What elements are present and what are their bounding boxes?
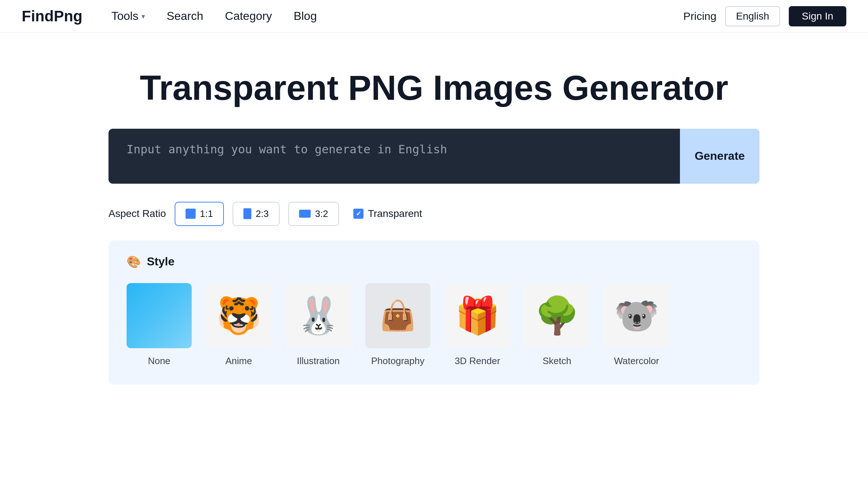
style-label-3d-render: 3D Render bbox=[455, 355, 500, 367]
aspect-ratio-row: Aspect Ratio 1:1 2:3 3:2 ✓ Transparent bbox=[109, 202, 760, 226]
signin-button[interactable]: Sign In bbox=[789, 6, 846, 26]
nav-tools[interactable]: Tools ▾ bbox=[111, 9, 145, 23]
style-item-none[interactable]: None bbox=[127, 283, 192, 367]
style-item-watercolor[interactable]: 🐨 Watercolor bbox=[604, 283, 669, 367]
aspect-ratio-label: Aspect Ratio bbox=[109, 208, 166, 219]
style-item-3d-render[interactable]: 🎁 3D Render bbox=[445, 283, 510, 367]
style-section: 🎨 Style None 🐯 Anime 🐰 Illustration 👜 bbox=[109, 240, 760, 385]
transparent-toggle[interactable]: ✓ Transparent bbox=[353, 208, 422, 219]
search-container: Generate bbox=[109, 129, 760, 184]
ratio-2-3-icon bbox=[243, 208, 251, 219]
chevron-down-icon: ▾ bbox=[141, 12, 145, 21]
style-label-photography: Photography bbox=[371, 355, 424, 367]
language-button[interactable]: English bbox=[725, 6, 780, 26]
header: FindPng Tools ▾ Search Category Blog Pri… bbox=[0, 0, 868, 33]
nav-blog[interactable]: Blog bbox=[294, 9, 317, 23]
nav-category[interactable]: Category bbox=[225, 9, 272, 23]
style-thumb-none bbox=[127, 283, 192, 348]
ratio-3-2-icon bbox=[299, 210, 311, 218]
style-thumb-photography: 👜 bbox=[365, 283, 430, 348]
style-label-sketch: Sketch bbox=[542, 355, 571, 367]
page-title: Transparent PNG Images Generator bbox=[140, 69, 728, 107]
nav-search[interactable]: Search bbox=[167, 9, 203, 23]
style-item-photography[interactable]: 👜 Photography bbox=[365, 283, 430, 367]
ratio-3-2-button[interactable]: 3:2 bbox=[288, 202, 339, 226]
nav: Tools ▾ Search Category Blog bbox=[111, 9, 683, 23]
pricing-link[interactable]: Pricing bbox=[683, 10, 716, 22]
generate-button[interactable]: Generate bbox=[680, 129, 760, 184]
main-content: Transparent PNG Images Generator Generat… bbox=[0, 33, 868, 406]
prompt-input[interactable] bbox=[109, 129, 680, 184]
style-thumb-illustration: 🐰 bbox=[286, 283, 351, 348]
ratio-1-1-button[interactable]: 1:1 bbox=[175, 202, 224, 226]
header-actions: Pricing English Sign In bbox=[683, 6, 846, 26]
style-header: 🎨 Style bbox=[127, 255, 741, 269]
style-thumb-watercolor: 🐨 bbox=[604, 283, 669, 348]
style-item-anime[interactable]: 🐯 Anime bbox=[206, 283, 271, 367]
style-section-title: Style bbox=[147, 255, 174, 268]
palette-icon: 🎨 bbox=[127, 255, 141, 269]
checkmark-icon: ✓ bbox=[356, 210, 361, 218]
style-item-illustration[interactable]: 🐰 Illustration bbox=[286, 283, 351, 367]
style-thumb-3d-render: 🎁 bbox=[445, 283, 510, 348]
style-label-watercolor: Watercolor bbox=[614, 355, 659, 367]
transparent-checkbox[interactable]: ✓ bbox=[353, 209, 363, 219]
style-thumb-anime: 🐯 bbox=[206, 283, 271, 348]
ratio-2-3-button[interactable]: 2:3 bbox=[233, 202, 280, 226]
style-item-sketch[interactable]: 🌳 Sketch bbox=[524, 283, 590, 367]
transparent-label: Transparent bbox=[368, 208, 422, 219]
style-items-list: None 🐯 Anime 🐰 Illustration 👜 Photograph… bbox=[127, 283, 741, 367]
style-label-illustration: Illustration bbox=[297, 355, 340, 367]
style-label-none: None bbox=[148, 355, 170, 367]
logo[interactable]: FindPng bbox=[22, 8, 82, 25]
ratio-1-1-icon bbox=[186, 209, 196, 219]
style-thumb-sketch: 🌳 bbox=[524, 283, 590, 348]
style-label-anime: Anime bbox=[225, 355, 252, 367]
